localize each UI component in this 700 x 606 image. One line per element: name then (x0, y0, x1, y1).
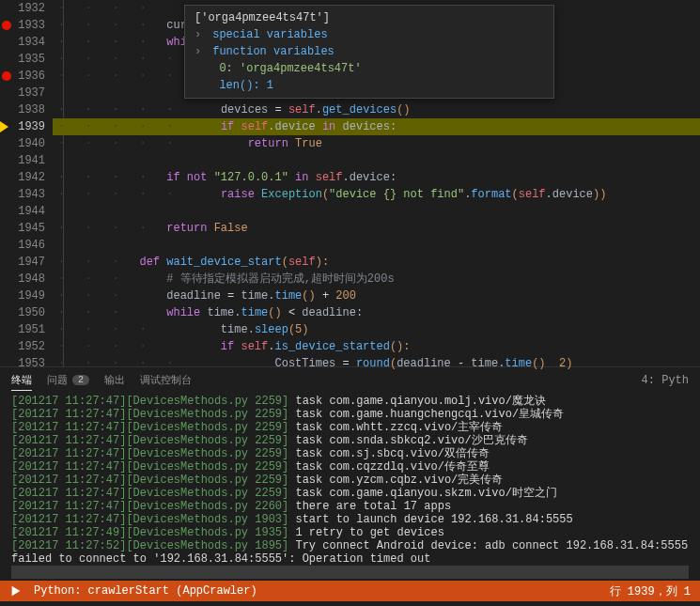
code-line[interactable]: · · · · if self.is_device_started(): (53, 338, 700, 355)
code-line[interactable]: · · · · · if self.device in devices: (53, 118, 700, 135)
gutter-line[interactable]: 1939 (0, 118, 45, 135)
gutter-line[interactable]: 1934 (0, 34, 45, 51)
gutter-line[interactable]: 1937 (0, 85, 45, 101)
breakpoint-icon[interactable] (2, 21, 11, 30)
code-line[interactable]: · · · · · raise Exception("device {} not… (53, 186, 700, 203)
statusbar: Python: crawlerStart (AppCrawler) 行 1939… (0, 581, 700, 601)
terminal-output[interactable]: [201217 11:27:47][DevicesMethods.py 2259… (0, 393, 700, 581)
code-line[interactable]: · · · while time.time() < deadline: (53, 304, 700, 321)
tooltip-len: len(): 1 (185, 77, 553, 94)
status-cursor[interactable]: 行 1939，列 1 (610, 583, 691, 599)
terminal-line: [201217 11:27:47][DevicesMethods.py 1903… (11, 513, 689, 526)
terminal-line: [201217 11:27:49][DevicesMethods.py 1935… (11, 526, 689, 539)
terminal-line: [201217 11:27:47][DevicesMethods.py 2259… (11, 421, 689, 434)
terminal-line: [201217 11:27:47][DevicesMethods.py 2259… (11, 447, 689, 460)
current-line-arrow-icon (0, 121, 8, 132)
gutter-line[interactable]: 1950 (0, 304, 45, 321)
tooltip-title: ['orga4pmzee4ts47t'] (185, 9, 553, 26)
tab-terminal[interactable]: 终端 (11, 373, 32, 391)
code-line[interactable]: · · · · · CostTimes = round(deadline - t… (53, 355, 700, 372)
terminal-line: [201217 11:27:47][DevicesMethods.py 2259… (11, 474, 689, 487)
code-line[interactable]: · · · · return False (53, 220, 700, 237)
terminal-line: [201217 11:27:47][DevicesMethods.py 2259… (11, 408, 689, 421)
status-python[interactable]: Python: crawlerStart (AppCrawler) (34, 584, 257, 598)
code-line[interactable]: · · · · · return True (53, 135, 700, 152)
gutter-line[interactable]: 1932 (0, 0, 45, 17)
gutter-line[interactable]: 1938 (0, 101, 45, 118)
gutter-line[interactable]: 1933 (0, 17, 45, 34)
terminal-line: [201217 11:27:47][DevicesMethods.py 2260… (11, 500, 689, 513)
gutter-line[interactable]: 1948 (0, 271, 45, 287)
gutter[interactable]: 1932193319341935193619371938193919401941… (0, 0, 53, 366)
code-line[interactable]: · · · deadline = time.time() + 200 (53, 287, 700, 304)
tooltip-index: 0: 'orga4pmzee4ts47t' (185, 60, 553, 77)
code-line[interactable]: · · · def wait_device_start(self): (53, 254, 700, 271)
debug-hover-tooltip[interactable]: ['orga4pmzee4ts47t'] › special variables… (184, 5, 554, 99)
gutter-line[interactable]: 1941 (0, 152, 45, 169)
code-line[interactable] (53, 203, 700, 220)
gutter-line[interactable]: 1949 (0, 287, 45, 304)
gutter-line[interactable]: 1945 (0, 220, 45, 237)
breakpoint-icon[interactable] (2, 71, 11, 81)
tooltip-special[interactable]: › special variables (185, 26, 553, 43)
terminal-line: [201217 11:27:52][DevicesMethods.py 1895… (11, 539, 689, 552)
tooltip-function[interactable]: › function variables (185, 43, 553, 60)
tab-problems[interactable]: 问题 2 (47, 373, 89, 387)
code-line[interactable] (53, 152, 700, 169)
terminal-line: [201217 11:27:47][DevicesMethods.py 2259… (11, 460, 689, 474)
terminal-line: [201217 11:27:47][DevicesMethods.py 2259… (11, 487, 689, 500)
code-line[interactable]: · · · # 等待指定模拟器启动完成,超时时间为200s (53, 271, 700, 287)
gutter-line[interactable]: 1951 (0, 321, 45, 338)
code-line[interactable]: · · · · time.sleep(5) (53, 321, 700, 338)
debug-icon[interactable] (9, 584, 23, 598)
gutter-line[interactable]: 1944 (0, 203, 45, 220)
gutter-line[interactable]: 1942 (0, 169, 45, 186)
code-line[interactable]: · · · · · devices = self.get_devices() (53, 101, 700, 118)
problems-badge: 2 (72, 375, 89, 385)
terminal-error-line: failed to connect to '192.168.31.84:5555… (11, 552, 689, 566)
terminal-line: [201217 11:27:47][DevicesMethods.py 2259… (11, 434, 689, 447)
tab-debug-console[interactable]: 调试控制台 (140, 373, 192, 387)
gutter-line[interactable]: 1953 (0, 355, 45, 372)
terminal-selector[interactable]: 4: Pyth (642, 374, 689, 387)
gutter-line[interactable]: 1946 (0, 237, 45, 254)
gutter-line[interactable]: 1940 (0, 135, 45, 152)
code-line[interactable]: · · · · if not "127.0.0.1" in self.devic… (53, 169, 700, 186)
tab-output[interactable]: 输出 (104, 373, 125, 387)
gutter-line[interactable]: 1943 (0, 186, 45, 203)
gutter-line[interactable]: 1952 (0, 338, 45, 355)
gutter-line[interactable]: 1935 (0, 51, 45, 68)
terminal-line: [201217 11:27:47][DevicesMethods.py 2259… (11, 395, 689, 408)
code-line[interactable] (53, 237, 700, 254)
gutter-line[interactable]: 1936 (0, 68, 45, 85)
gutter-line[interactable]: 1947 (0, 254, 45, 271)
terminal-cursor-line[interactable] (11, 566, 689, 579)
